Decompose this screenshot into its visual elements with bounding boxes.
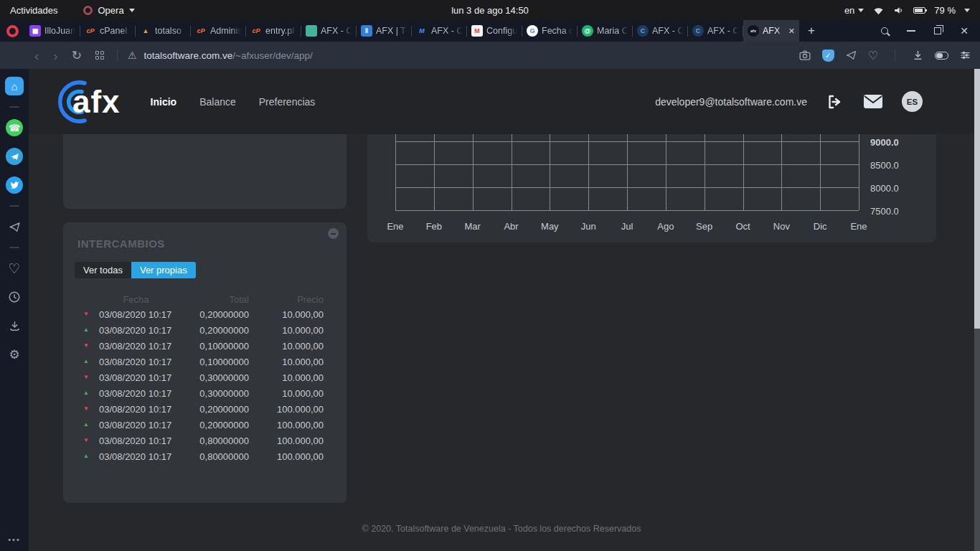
app-header: afx InicioBalancePreferencias developer9… [29,69,974,134]
sidebar-item-telegram[interactable] [4,146,24,166]
browser-tab[interactable]: CAFX - C [688,20,743,42]
table-header-row: FechaTotalPrecio [80,292,324,306]
blue-c-favicon: C [637,25,649,37]
x-axis-tick: May [541,221,559,232]
new-tab-button[interactable]: + [808,24,815,38]
tab-label: cPanel [100,26,131,36]
cell-total: 0,30000000 [177,388,249,399]
tab-label: Fecha c [542,26,573,36]
sidebar-item-speed-dial-home[interactable]: ⌂ [4,76,24,96]
cell-fecha: 03/08/2020 10:17 [95,309,177,320]
collapse-panel-icon[interactable] [328,228,339,239]
system-top-bar: Actividades Opera lun 3 de ago 14:50 en … [0,0,980,20]
tab-label: AFX - C [652,26,683,36]
cell-precio: 10.000,00 [249,309,324,320]
filter-ver-propias[interactable]: Ver propias [131,262,196,278]
down-triangle-icon: ▼ [80,311,95,317]
browser-tab[interactable]: GFecha c [522,20,577,42]
browser-tab[interactable]: MAFX - C [412,20,466,42]
close-window-icon[interactable]: ✕ [960,25,969,37]
forward-icon[interactable]: › [46,49,65,62]
cell-precio: 100.000,00 [249,451,324,462]
nav-item-inicio[interactable]: Inicio [151,96,177,108]
exchanges-panel: INTERCAMBIOS Ver todasVer propias FechaT… [63,222,347,503]
url-field[interactable]: totalsoftware.com.ve/~afxuser/dev/app/ [143,50,312,61]
grid-vline [550,134,550,210]
sidebar-item-my-flow[interactable] [4,217,24,237]
sidebar-item-settings-gear[interactable]: ⚙ [4,344,24,364]
browser-tab[interactable]: cPentry.pl [246,20,301,42]
sidebar-more-icon[interactable]: ••• [8,535,21,544]
site-info-warning-icon[interactable]: ⚠ [123,50,144,61]
browser-tab[interactable]: cPAdminis [191,20,245,42]
opera-menu-icon[interactable] [6,25,19,37]
browser-tab[interactable]: @Maria C [578,20,632,42]
battery-icon[interactable] [913,7,925,14]
cell-total: 0,30000000 [177,372,249,383]
bookmark-heart-icon[interactable]: ♡ [868,49,878,62]
logout-icon[interactable] [826,93,844,110]
downloads-icon [9,320,21,332]
minimize-icon[interactable] [907,30,915,32]
browser-tab[interactable]: afxAFX✕ [743,20,799,42]
sidebar-item-downloads[interactable] [4,316,24,336]
browser-tab[interactable]: AFX - C [301,20,356,42]
sidebar-item-twitter[interactable] [4,175,24,195]
grid-hline [395,141,859,142]
tab-label: entry.pl [265,26,296,36]
sidebar-setup-icon[interactable] [959,50,971,61]
browser-tab[interactable]: ▦IlloJuan [25,20,80,42]
cell-precio: 100.000,00 [249,420,324,430]
browser-tab[interactable]: CAFX - C [633,20,687,42]
tab-label: Adminis [210,26,241,36]
tab-tiles-icon[interactable] [88,51,111,60]
snapshot-camera-icon[interactable] [798,50,811,61]
filter-ver-todas[interactable]: Ver todas [75,262,131,278]
maximize-icon[interactable] [934,27,941,34]
tab-label: Maria C [597,26,628,36]
tab-label: AFX | T [376,26,407,36]
back-icon[interactable]: ‹ [27,49,46,62]
browser-tab[interactable]: cPcPanel [80,20,135,42]
page-scrollbar [974,69,980,551]
tab-close-icon[interactable]: ✕ [787,27,795,36]
mail-icon[interactable] [863,94,883,109]
reload-icon[interactable]: ↻ [65,48,88,63]
user-email: developer9@totalsoftware.com.ve [655,96,807,108]
browser-tab[interactable]: MConfigu [467,20,522,42]
my-flow-send-icon[interactable] [845,50,857,61]
browser-tab[interactable]: ▲totalso [136,20,190,42]
cell-fecha: 03/08/2020 10:17 [95,435,177,446]
browser-tab[interactable]: ‖AFX | T [357,20,411,42]
divider [117,50,118,61]
up-triangle-icon: ▲ [80,359,95,364]
exchange-filters: Ver todasVer propias [75,262,196,278]
nav-item-balance[interactable]: Balance [199,96,236,108]
cell-precio: 10.000,00 [249,372,324,383]
table-row: ▼03/08/2020 10:170,20000000100.000,00 [80,401,324,417]
col-header-fecha: Fecha [95,294,177,305]
nav-item-preferencias[interactable]: Preferencias [259,96,316,108]
cpanel-favicon: cP [85,25,96,37]
col-header-total: Total [177,294,249,305]
afx-logo[interactable]: afx [57,80,121,124]
sidebar-icons-host: ⌂☎♡⚙ [4,76,24,373]
cell-fecha: 03/08/2020 10:17 [95,388,177,399]
sidebar-item-bookmarks-heart[interactable]: ♡ [4,258,24,278]
tab-label: AFX - C [431,26,462,36]
sidebar-item-history-clock[interactable] [4,287,24,307]
avatar[interactable]: ES [902,91,923,112]
search-icon[interactable] [881,27,888,34]
vpn-shield-icon[interactable]: ✓ [822,50,834,62]
cell-fecha: 03/08/2020 10:17 [95,341,177,352]
downloads-icon[interactable] [912,50,924,61]
collapsed-panel-bottom [63,134,347,209]
scrollbar-thumb[interactable] [974,69,980,329]
sidebar-item-whatsapp[interactable]: ☎ [4,118,24,138]
battery-saver-icon[interactable] [935,52,948,60]
cell-precio: 10.000,00 [249,357,324,367]
clock[interactable]: lun 3 de ago 14:50 [0,5,980,16]
tab-label: IlloJuan [44,26,75,36]
y-axis-tick: 8500.0 [870,161,913,171]
url-host: totalsoftware.com.ve [143,50,232,61]
